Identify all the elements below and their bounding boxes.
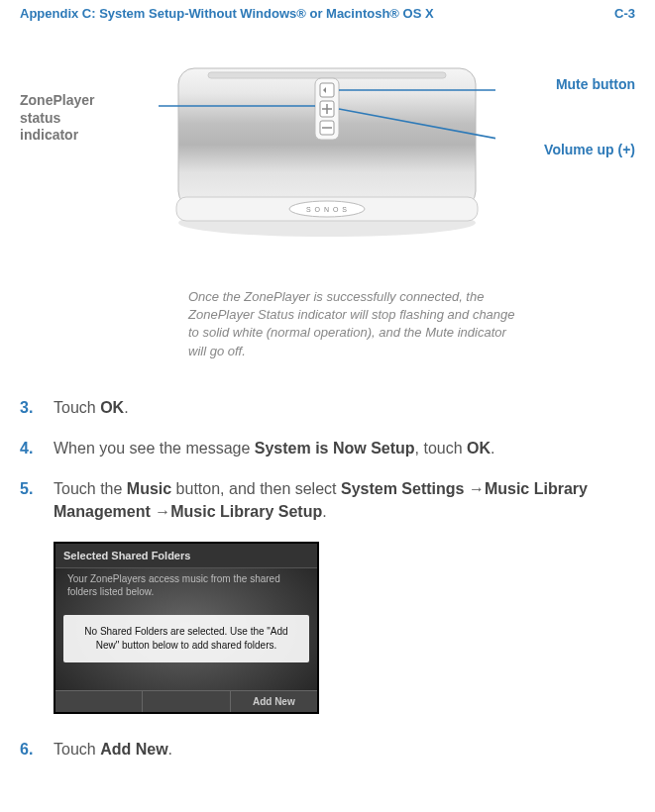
svg-rect-5 xyxy=(320,83,334,97)
page-number: C-3 xyxy=(614,6,635,21)
controller-screenshot: Selected Shared Folders Your ZonePlayers… xyxy=(54,542,319,714)
svg-rect-2 xyxy=(208,72,446,78)
step-5: 5. Touch the Music button, and then sele… xyxy=(20,477,635,523)
status-indicator-label: ZonePlayer status indicator xyxy=(20,92,109,145)
step-3: 3. Touch OK. xyxy=(20,396,635,419)
volume-up-label: Volume up (+) xyxy=(544,142,635,157)
mute-icon xyxy=(320,83,334,97)
screenshot-softkey-2[interactable] xyxy=(142,691,229,712)
header-left: Appendix C: System Setup-Without Windows… xyxy=(20,6,434,21)
zoneplayer-illustration: S O N O S xyxy=(159,56,495,264)
add-new-button[interactable]: Add New xyxy=(230,691,317,712)
diagram-caption: Once the ZonePlayer is successfully conn… xyxy=(188,288,525,360)
screenshot-softkey-1[interactable] xyxy=(55,691,142,712)
sonos-logo: S O N O S xyxy=(306,206,348,213)
screenshot-title: Selected Shared Folders xyxy=(55,544,317,568)
mute-button-label: Mute button xyxy=(556,76,635,92)
zoneplayer-diagram: ZonePlayer status indicator Mute button … xyxy=(20,47,635,274)
screenshot-message: No Shared Folders are selected. Use the … xyxy=(63,615,309,662)
screenshot-subtitle: Your ZonePlayers access music from the s… xyxy=(55,568,317,609)
screenshot-button-bar: Add New xyxy=(55,690,317,712)
volume-down-icon xyxy=(320,121,334,135)
volume-up-icon xyxy=(320,101,334,117)
step-4: 4. When you see the message System is No… xyxy=(20,437,635,459)
step-6: 6. Touch Add New. xyxy=(20,738,635,761)
